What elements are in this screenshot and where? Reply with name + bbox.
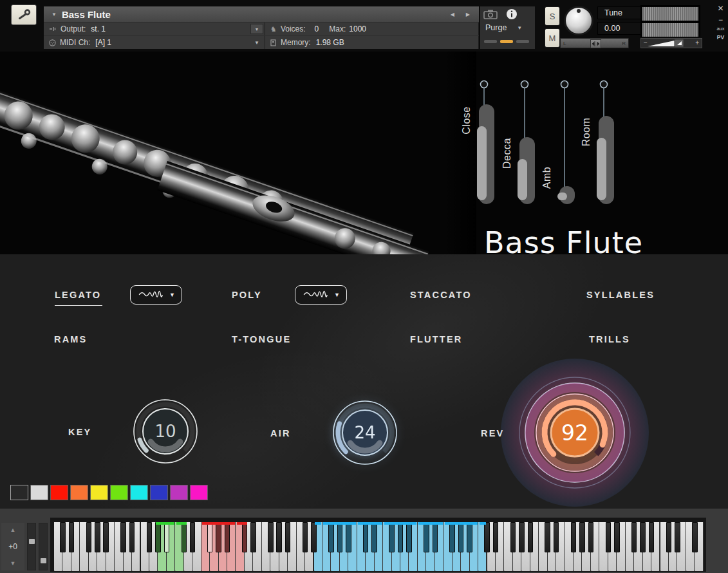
piano-key-black-37[interactable] <box>242 522 248 552</box>
color-swatch-0[interactable] <box>10 485 28 500</box>
piano-key-black-102[interactable] <box>571 522 577 552</box>
rev-knob[interactable]: 92 <box>517 375 633 491</box>
color-swatch-4[interactable] <box>90 485 108 500</box>
piano-key-black-82[interactable] <box>467 522 472 552</box>
piano-key-black-114[interactable] <box>631 522 637 552</box>
tune-value-box[interactable]: 0.00 <box>597 22 646 35</box>
piano-key-black-6[interactable] <box>86 522 92 552</box>
piano-key-black-80[interactable] <box>458 522 464 552</box>
volume-slider[interactable]: − + <box>640 38 702 48</box>
piano-key-black-51[interactable] <box>311 522 317 552</box>
piano-key-black-75[interactable] <box>433 522 438 552</box>
aux-button[interactable]: aux <box>713 26 728 32</box>
solo-button[interactable]: S <box>545 6 560 26</box>
piano-key-black-54[interactable] <box>328 522 334 552</box>
piano-key-black-56[interactable] <box>337 522 343 552</box>
piano-key-black-104[interactable] <box>579 522 585 552</box>
color-swatch-6[interactable] <box>130 485 148 500</box>
piano-key-black-99[interactable] <box>554 522 559 552</box>
piano-key-black-42[interactable] <box>268 522 274 552</box>
piano-key-black-20[interactable] <box>155 522 161 552</box>
piano-key-black-8[interactable] <box>95 522 100 552</box>
poly-wave-menu[interactable]: ▼ <box>295 285 347 305</box>
keyboard-scrollbar-1[interactable] <box>27 523 36 570</box>
color-swatch-3[interactable] <box>70 485 88 500</box>
piano-key-black-39[interactable] <box>250 522 256 552</box>
piano-key-black-116[interactable] <box>640 522 646 552</box>
midi-dropdown-icon[interactable]: ▼ <box>254 40 259 46</box>
instrument-title-bar[interactable]: ▼ Bass Flute ◀ ▶ <box>44 6 479 22</box>
piano-key-black-70[interactable] <box>406 522 412 552</box>
piano-key-black-63[interactable] <box>371 522 377 552</box>
piano-key-black-66[interactable] <box>389 522 395 552</box>
piano-key-black-44[interactable] <box>276 522 282 552</box>
legato-wave-menu[interactable]: ▼ <box>130 285 182 305</box>
camera-icon[interactable] <box>483 9 498 19</box>
piano-key-black-123[interactable] <box>675 522 680 552</box>
info-icon[interactable] <box>506 8 518 20</box>
piano-key-black-10[interactable] <box>103 522 109 552</box>
piano-key-black-3[interactable] <box>69 522 75 552</box>
color-swatch-2[interactable] <box>50 485 68 500</box>
piano-key-black-25[interactable] <box>182 522 187 552</box>
pan-handle[interactable] <box>590 39 601 48</box>
transpose-down-icon[interactable]: ▼ <box>10 560 16 567</box>
color-swatch-9[interactable] <box>190 485 208 500</box>
piano-key-black-97[interactable] <box>545 522 550 552</box>
articulation-rams[interactable]: RAMS <box>54 334 88 344</box>
volume-plus[interactable]: + <box>695 39 699 46</box>
piano-key-black-18[interactable] <box>147 522 153 552</box>
piano-key-black-32[interactable] <box>216 522 221 552</box>
piano-key-black-46[interactable] <box>285 522 291 552</box>
piano-key-black-78[interactable] <box>449 522 455 552</box>
piano-key-black-92[interactable] <box>519 522 525 552</box>
wrench-button[interactable] <box>11 5 37 25</box>
articulation-poly[interactable]: POLY <box>232 290 262 300</box>
next-instrument-icon[interactable]: ▶ <box>466 12 470 17</box>
piano-key-black-15[interactable] <box>129 522 135 552</box>
piano-key-black-106[interactable] <box>588 522 594 552</box>
piano-key-black-73[interactable] <box>424 522 429 552</box>
scroll-handle[interactable] <box>29 539 35 544</box>
minimize-button[interactable]: − <box>713 15 728 24</box>
articulation-syllables[interactable]: SYLLABLES <box>586 290 655 300</box>
piano-key-black-111[interactable] <box>614 522 620 552</box>
piano-key-black-1[interactable] <box>60 522 66 552</box>
transpose-up-icon[interactable]: ▲ <box>10 527 16 533</box>
keyboard-scrollbar-2[interactable] <box>39 523 48 570</box>
piano-key-black-118[interactable] <box>649 522 655 552</box>
color-swatch-7[interactable] <box>150 485 168 500</box>
articulation-t-tongue[interactable]: T-TONGUE <box>232 334 291 344</box>
piano-key-black-34[interactable] <box>225 522 230 552</box>
color-swatch-8[interactable] <box>170 485 188 500</box>
piano-key-black-94[interactable] <box>528 522 534 552</box>
color-swatch-5[interactable] <box>110 485 128 500</box>
key-knob[interactable]: 10 <box>124 390 207 473</box>
color-swatch-1[interactable] <box>30 485 48 500</box>
articulation-staccato[interactable]: STACCATO <box>410 290 472 300</box>
articulation-trills[interactable]: TRILLS <box>589 334 630 344</box>
piano-key-black-30[interactable] <box>207 522 213 552</box>
pan-slider[interactable]: L R <box>560 38 629 48</box>
piano-key-black-90[interactable] <box>510 522 516 552</box>
piano-key-black-27[interactable] <box>190 522 196 552</box>
air-knob[interactable]: 24 <box>323 391 407 474</box>
piano-key-black-13[interactable] <box>120 522 126 552</box>
piano-key-black-61[interactable] <box>363 522 369 552</box>
purge-menu[interactable]: Purge ▼ <box>485 23 522 32</box>
piano-key-black-68[interactable] <box>398 522 404 552</box>
articulation-legato[interactable]: LEGATO <box>55 290 101 300</box>
articulation-flutter[interactable]: FLUTTER <box>410 334 462 344</box>
output-dropdown-icon[interactable]: ▼ <box>250 24 263 34</box>
piano-key-black-121[interactable] <box>666 522 672 552</box>
close-button[interactable]: ✕ <box>713 4 728 13</box>
piano-key-black-85[interactable] <box>484 522 490 552</box>
piano-key-black-22[interactable] <box>164 522 170 552</box>
piano-key-black-49[interactable] <box>303 522 308 552</box>
piano-key-black-126[interactable] <box>692 522 698 552</box>
piano-key-black-87[interactable] <box>493 522 499 552</box>
output-select[interactable]: Output: st. 1 ▼ <box>44 23 265 35</box>
tune-knob[interactable] <box>564 6 593 35</box>
pv-button[interactable]: PV <box>713 34 728 41</box>
collapse-arrow-icon[interactable]: ▼ <box>51 12 57 17</box>
